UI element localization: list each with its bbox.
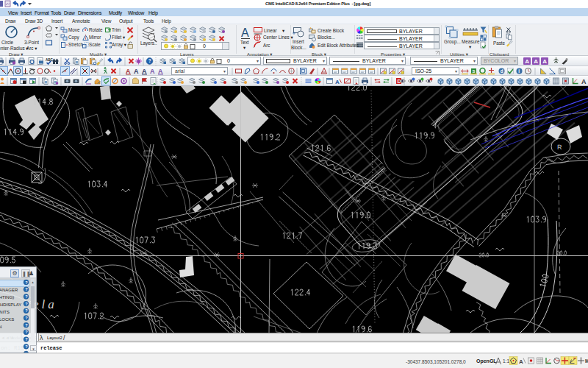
svg-text:S: S <box>473 69 476 74</box>
svg-text:?: ? <box>148 58 151 63</box>
svg-text:i: i <box>518 68 520 74</box>
svg-text:A: A <box>542 58 547 65</box>
svg-text:A: A <box>150 68 155 75</box>
svg-text:MOD: MOD <box>585 358 588 364</box>
svg-text:A: A <box>581 78 587 85</box>
svg-text:R: R <box>557 144 562 151</box>
svg-text:1:1: 1:1 <box>503 358 509 364</box>
svg-text:A: A <box>134 68 139 75</box>
svg-text:A: A <box>241 26 249 39</box>
svg-text:A: A <box>525 58 529 65</box>
svg-text:A: A <box>534 58 538 65</box>
svg-text:d: d <box>501 68 503 74</box>
svg-text:A: A <box>519 358 523 365</box>
svg-text:ABC: ABC <box>46 58 53 62</box>
svg-text:A: A <box>335 79 340 85</box>
